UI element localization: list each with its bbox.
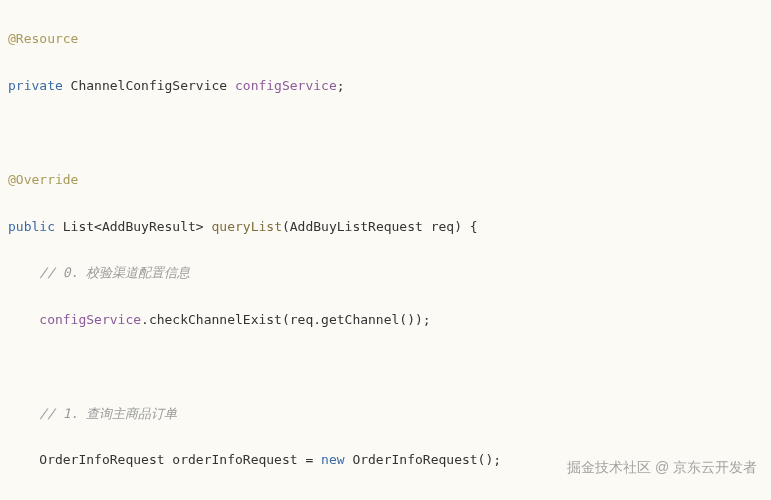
type-name: ChannelConfigService — [63, 78, 235, 93]
field-name: configService — [235, 78, 337, 93]
stmt: OrderInfoRequest orderInfoRequest = — [8, 452, 321, 467]
call: .checkChannelExist(req.getChannel()); — [141, 312, 431, 327]
stmt: OrderInfoRequest(); — [345, 452, 502, 467]
annotation-override: @Override — [8, 172, 78, 187]
annotation-resource: @Resource — [8, 31, 78, 46]
field-ref: configService — [39, 312, 141, 327]
return-type: List<AddBuyResult> — [55, 219, 212, 234]
method-name: queryList — [212, 219, 282, 234]
punct: ; — [337, 78, 345, 93]
indent — [8, 312, 39, 327]
keyword-public: public — [8, 219, 55, 234]
stmt: orderInfoRequest.setUserNo(req.getUserNo… — [8, 495, 771, 500]
method-params: (AddBuyListRequest req) { — [282, 219, 478, 234]
keyword-private: private — [8, 78, 63, 93]
keyword-new: new — [321, 452, 344, 467]
comment-step1: // 1. 查询主商品订单 — [8, 402, 771, 425]
code-block: @Resource private ChannelConfigService c… — [0, 0, 771, 500]
blank-line — [8, 121, 771, 144]
comment-step0: // 0. 校验渠道配置信息 — [8, 261, 771, 284]
blank-line — [8, 355, 771, 378]
